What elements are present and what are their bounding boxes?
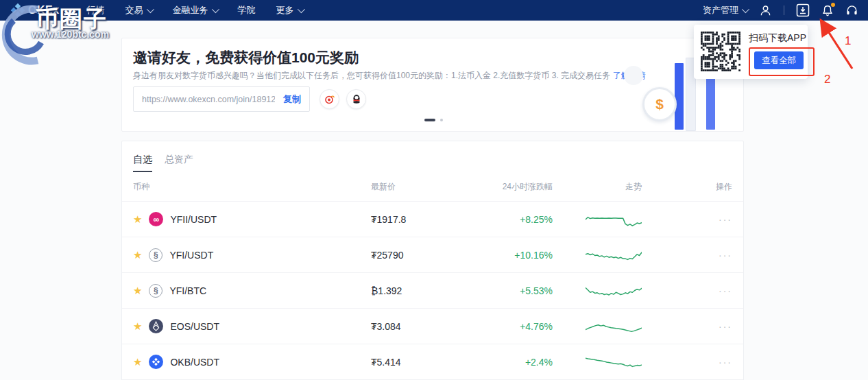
trend-sparkline: [586, 210, 642, 229]
trend-sparkline: [586, 281, 642, 300]
table-row[interactable]: ★ ∞ YFII/USDT ₮1917.8 +8.25% ···: [122, 201, 743, 237]
chevron-down-icon: [297, 5, 304, 13]
referral-link-box: https://www.okexcn.com/join/1891226 复制: [133, 86, 310, 112]
invite-banner-card: 邀请好友，免费获得价值100元奖励 身边有朋友对数字货币感兴趣吗？当他们完成以下…: [121, 38, 744, 132]
last-price: ₿1.392: [371, 285, 453, 296]
eos-coin-icon: [149, 319, 163, 333]
tab-total-assets[interactable]: 总资产: [165, 154, 193, 172]
copy-button[interactable]: 复制: [275, 93, 309, 106]
view-all-button[interactable]: 查看全部: [754, 51, 804, 69]
yfi-coin-icon: §: [149, 284, 162, 298]
carousel-indicator: [424, 119, 443, 121]
watermark-url: www.120btc.com: [32, 29, 109, 40]
nav-item-markets[interactable]: 行情: [87, 4, 105, 16]
carousel-dot-active[interactable]: [424, 119, 435, 121]
market-tabs: 自选 总资产: [122, 141, 743, 172]
last-price: ₮1917.8: [371, 214, 453, 225]
pair-label: YFI/BTC: [169, 285, 206, 296]
yfi-coin-icon: §: [149, 248, 162, 262]
nav-divider: [784, 5, 784, 15]
change-24h: +8.25%: [453, 214, 553, 225]
coin-illustration-faint: [624, 66, 643, 85]
main-nav: 行情 交易 金融业务 学院 更多: [87, 4, 303, 16]
annotation-step-1: 1: [845, 34, 851, 48]
nav-item-finance[interactable]: 金融业务: [173, 4, 217, 16]
share-qq-icon[interactable]: [346, 89, 366, 109]
trend-sparkline: [586, 246, 642, 265]
row-menu-icon[interactable]: ···: [642, 357, 732, 368]
chart-bar-illustration: [675, 63, 684, 130]
table-header: 币种 最新价 24小时涨跌幅 走势 操作: [122, 172, 743, 201]
annotation-arrow: [812, 15, 864, 73]
change-24h: +5.53%: [453, 285, 553, 296]
download-app-icon[interactable]: [796, 3, 810, 17]
chevron-down-icon: [211, 5, 219, 13]
pair-label: OKB/USDT: [170, 357, 219, 368]
favorite-star-icon[interactable]: ★: [133, 321, 142, 331]
last-price: ₮25790: [371, 250, 453, 261]
qr-code: [701, 32, 740, 71]
user-icon[interactable]: [759, 4, 772, 17]
tab-favorites[interactable]: 自选: [133, 154, 152, 172]
nav-item-trade[interactable]: 交易: [125, 4, 152, 16]
top-navbar: OKEx 行情 交易 金融业务 学院 更多 资产管理: [0, 0, 868, 21]
okex-diamond-icon: [11, 3, 25, 17]
trend-sparkline: [586, 353, 642, 372]
market-card: 自选 总资产 币种 最新价 24小时涨跌幅 走势 操作 ★ ∞ YFII/USD…: [121, 141, 744, 380]
nav-item-assets[interactable]: 资产管理: [703, 4, 747, 16]
logo-text: OKEx: [28, 4, 60, 16]
table-row[interactable]: ★ EOS/USDT ₮3.084 +4.76% ···: [122, 308, 743, 344]
pair-label: YFI/USDT: [169, 250, 213, 261]
referral-link-input[interactable]: https://www.okexcn.com/join/1891226: [134, 95, 275, 104]
last-price: ₮3.084: [371, 321, 453, 332]
popup-title: 扫码下载APP: [749, 32, 806, 45]
row-menu-icon[interactable]: ···: [642, 321, 732, 332]
pair-label: EOS/USDT: [170, 321, 219, 332]
row-menu-icon[interactable]: ···: [642, 285, 732, 296]
change-24h: +4.76%: [453, 321, 553, 332]
okb-coin-icon: [149, 355, 163, 369]
carousel-dot[interactable]: [440, 119, 443, 121]
favorite-star-icon[interactable]: ★: [133, 357, 142, 367]
change-24h: +10.16%: [453, 250, 553, 261]
row-menu-icon[interactable]: ···: [642, 250, 732, 261]
download-app-popup: 扫码下载APP 查看全部: [694, 25, 808, 79]
table-row[interactable]: ★ § YFI/USDT ₮25790 +10.16% ···: [122, 237, 743, 272]
nav-item-more[interactable]: 更多: [276, 4, 303, 16]
trend-sparkline: [586, 317, 642, 336]
yfii-coin-icon: ∞: [149, 212, 163, 226]
dollar-coin-icon: $: [642, 87, 677, 121]
invite-title: 邀请好友，免费获得价值100元奖励: [133, 48, 359, 67]
okex-homepage: OKEx 行情 交易 金融业务 学院 更多 资产管理: [0, 0, 868, 380]
favorite-star-icon[interactable]: ★: [133, 214, 142, 224]
notification-dot: [831, 3, 835, 7]
table-row[interactable]: ★ § YFI/BTC ₿1.392 +5.53% ···: [122, 272, 743, 308]
nav-item-academy[interactable]: 学院: [238, 4, 256, 16]
share-weibo-icon[interactable]: [320, 89, 339, 109]
change-24h: +2.4%: [453, 357, 553, 368]
table-row[interactable]: ★ OKB/USDT ₮5.414 +2.4% ···: [122, 344, 743, 380]
chevron-down-icon: [742, 5, 749, 13]
row-menu-icon[interactable]: ···: [642, 214, 732, 225]
invite-subtitle: 身边有朋友对数字货币感兴趣吗？当他们完成以下任务后，您可获得价值100元的奖励：…: [133, 70, 646, 82]
okex-logo[interactable]: OKEx: [11, 3, 60, 17]
annotation-step-2: 2: [824, 73, 830, 86]
chevron-down-icon: [146, 5, 154, 13]
last-price: ₮5.414: [371, 357, 453, 368]
favorite-star-icon[interactable]: ★: [133, 285, 142, 296]
pair-label: YFII/USDT: [170, 214, 217, 225]
favorite-star-icon[interactable]: ★: [133, 250, 142, 260]
